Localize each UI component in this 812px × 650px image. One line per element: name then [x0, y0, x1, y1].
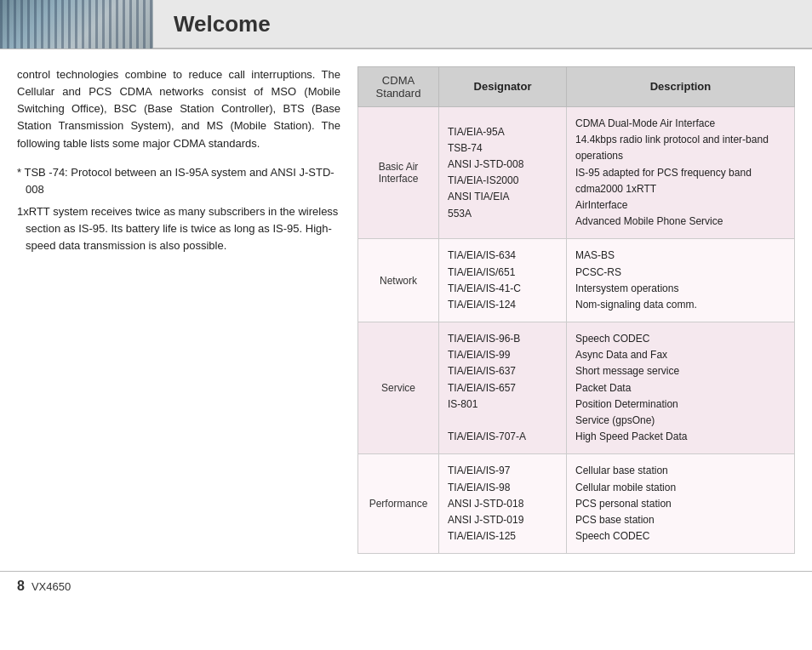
row4-standard: Performance — [358, 454, 439, 554]
row1-designator: TIA/EIA-95A TSB-74 ANSI J-STD-008 TIA/EI… — [439, 107, 567, 239]
note-1: * TSB -74: Protocol between an IS-95A sy… — [17, 164, 340, 198]
notes-section: * TSB -74: Protocol between an IS-95A sy… — [17, 164, 340, 255]
row2-standard: Network — [358, 239, 439, 322]
table-row: Network TIA/EIA/IS-634 TIA/EIA/IS/651 TI… — [358, 239, 795, 322]
page-footer: 8 VX4650 — [0, 571, 812, 601]
header-designator: Designator — [439, 67, 567, 107]
header-standard: CDMA Standard — [358, 67, 439, 107]
table-row: Service TIA/EIA/IS-96-B TIA/EIA/IS-99 TI… — [358, 322, 795, 454]
page-title: Welcome — [153, 11, 271, 37]
row3-standard: Service — [358, 322, 439, 454]
table-header-row: CDMA Standard Designator Description — [358, 67, 795, 107]
note-2: 1xRTT system receives twice as many subs… — [17, 203, 340, 254]
left-column: control technologies combine to reduce c… — [17, 66, 340, 554]
row2-designator: TIA/EIA/IS-634 TIA/EIA/IS/651 TIA/EIA/IS… — [439, 239, 567, 322]
table-row: Performance TIA/EIA/IS-97 TIA/EIA/IS-98 … — [358, 454, 795, 554]
intro-paragraph: control technologies combine to reduce c… — [17, 66, 340, 152]
header-image — [0, 0, 153, 48]
row3-designator: TIA/EIA/IS-96-B TIA/EIA/IS-99 TIA/EIA/IS… — [439, 322, 567, 454]
table-row: Basic Air Interface TIA/EIA-95A TSB-74 A… — [358, 107, 795, 239]
row4-designator: TIA/EIA/IS-97 TIA/EIA/IS-98 ANSI J-STD-0… — [439, 454, 567, 554]
page-number: 8 — [17, 579, 25, 594]
header-description: Description — [567, 67, 795, 107]
row1-standard: Basic Air Interface — [358, 107, 439, 239]
model-number: VX4650 — [31, 580, 71, 593]
row2-description: MAS-BS PCSC-RS Intersystem operations No… — [567, 239, 795, 322]
right-column: CDMA Standard Designator Description Bas… — [357, 66, 795, 554]
header-image-overlay — [0, 0, 153, 48]
row4-description: Cellular base station Cellular mobile st… — [567, 454, 795, 554]
row3-description: Speech CODEC Async Data and Fax Short me… — [567, 322, 795, 454]
note1-label: * TSB -74: Protocol between an IS-95A sy… — [17, 166, 335, 196]
cdma-standards-table: CDMA Standard Designator Description Bas… — [357, 66, 795, 554]
page-header: Welcome — [0, 0, 812, 49]
main-content: control technologies combine to reduce c… — [0, 49, 812, 562]
row1-description: CDMA Dual-Mode Air Interface 14.4kbps ra… — [567, 107, 795, 239]
